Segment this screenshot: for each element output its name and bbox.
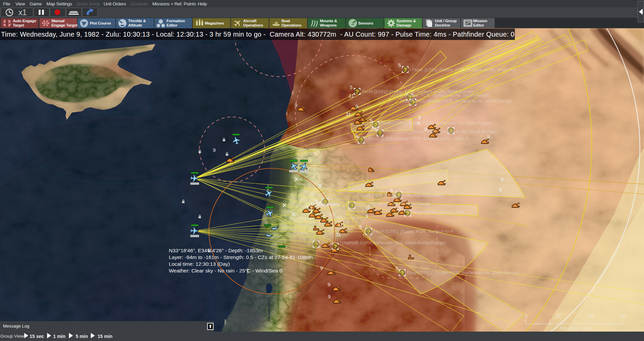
svg-text:9: 9 xyxy=(213,147,216,153)
svg-text:5: 5 xyxy=(398,62,401,68)
svg-text:9: 9 xyxy=(418,115,421,120)
svg-text:5: 5 xyxy=(355,133,358,139)
svg-text:Air Search 2D Medium-Range: Air Search 2D Medium-Range xyxy=(370,201,430,206)
svg-text:9: 9 xyxy=(328,282,330,287)
svg-text:?: ? xyxy=(350,203,353,209)
svg-text:Flush [1S91] (Radar, FCR, Surf: Flush [1S91] (Radar, FCR, Surface-to-Air… xyxy=(380,120,493,125)
svg-text:11: 11 xyxy=(338,222,343,227)
svg-text:?: ? xyxy=(406,210,409,217)
svg-text:5: 5 xyxy=(350,84,352,90)
svg-text:9: 9 xyxy=(499,187,502,193)
svg-text:[1N]B5dB EIIR (SurfaceAir Sea,: [1N]B5dB EIIR (SurfaceAir Sea, Short-Ran… xyxy=(340,240,446,245)
svg-text:5: 5 xyxy=(395,265,398,271)
svg-text:[1S91] (Radar, FCR, Surface-to: [1S91] (Radar, FCR, Surface-to-Air, Shor… xyxy=(390,93,490,98)
svg-text:Local time: 12:30:13 (Day): Local time: 12:30:13 (Day) xyxy=(169,261,230,267)
svg-text:11: 11 xyxy=(349,93,354,98)
svg-text:?: ? xyxy=(359,137,363,144)
svg-text:t Flush [1S91] (Radar, FCR, Su: t Flush [1S91] (Radar, FCR, Surface-to-A… xyxy=(366,136,469,141)
svg-text:11: 11 xyxy=(396,206,402,211)
svg-text:?: ? xyxy=(355,89,359,95)
svg-text:Flush [1S91] (Radar, FCR, Surf: Flush [1S91] (Radar, FCR, Surface-to-Air… xyxy=(407,270,519,275)
svg-text:5: 5 xyxy=(359,224,362,230)
svg-text:N33°18'46", E34°14'26" - Depth: N33°18'46", E34°14'26" - Depth: -1853m xyxy=(169,248,263,253)
svg-text:Nautical miles: Nautical miles xyxy=(560,325,591,331)
svg-text:Flush [1S91] (Radar, FCR, Surf: Flush [1S91] (Radar, FCR, Surface-to-Air… xyxy=(400,98,513,103)
svg-text:t Flush [1S91] (Radar, FCR, Su: t Flush [1S91] (Radar, FCR, Surface-to-A… xyxy=(410,67,516,72)
svg-text:9: 9 xyxy=(355,103,358,109)
svg-text:9: 9 xyxy=(295,102,297,108)
svg-text:20: 20 xyxy=(556,313,562,319)
svg-text:?: ? xyxy=(401,270,404,276)
svg-text:(Radar, FCR, Surface-to-Air, S: (Radar, FCR, Surface-to-Air, Short-Range… xyxy=(356,193,442,198)
svg-text:x1: x1 xyxy=(18,8,27,16)
svg-text:Flush [1S91] (Radar, FCR: Flush [1S91] (Radar, FCR xyxy=(412,210,465,215)
svg-text:9: 9 xyxy=(320,265,323,271)
svg-text:11: 11 xyxy=(336,231,341,237)
svg-text:9: 9 xyxy=(328,294,331,299)
svg-text:Weather: Clear sky - No rain -: Weather: Clear sky - No rain - 25°C - Wi… xyxy=(169,268,282,273)
svg-text:5: 5 xyxy=(374,126,377,132)
svg-text:?: ? xyxy=(314,242,318,248)
svg-text:5: 5 xyxy=(370,118,372,123)
svg-text:13 sec: 13 sec xyxy=(329,215,342,220)
svg-text:Bekaa Valley: Bekaa Valley xyxy=(311,201,340,207)
svg-text:?: ? xyxy=(367,229,370,235)
svg-text:Flush [1S91] (Radar, FCR, Surf: Flush [1S91] (Radar, FCR, Surface-to-Air… xyxy=(384,129,497,134)
svg-text:?: ? xyxy=(334,244,337,250)
svg-text:9: 9 xyxy=(487,134,490,139)
svg-text:?: ? xyxy=(378,130,382,137)
svg-text:9: 9 xyxy=(501,176,503,182)
svg-text:?: ? xyxy=(404,67,407,73)
svg-text:Layer: -94m to -161m - Strengt: Layer: -94m to -161m - Strength: 0.5 - C… xyxy=(169,254,313,260)
svg-text:9: 9 xyxy=(365,213,368,219)
svg-text:40: 40 xyxy=(588,313,594,319)
svg-text:Flush [1S91] (Radar, FCR, Surf: Flush [1S91] (Radar, FCR, Surface-to-A xyxy=(373,229,454,234)
svg-text:11: 11 xyxy=(346,111,351,117)
svg-text:60: 60 xyxy=(620,313,627,319)
svg-text:0: 0 xyxy=(525,313,528,319)
